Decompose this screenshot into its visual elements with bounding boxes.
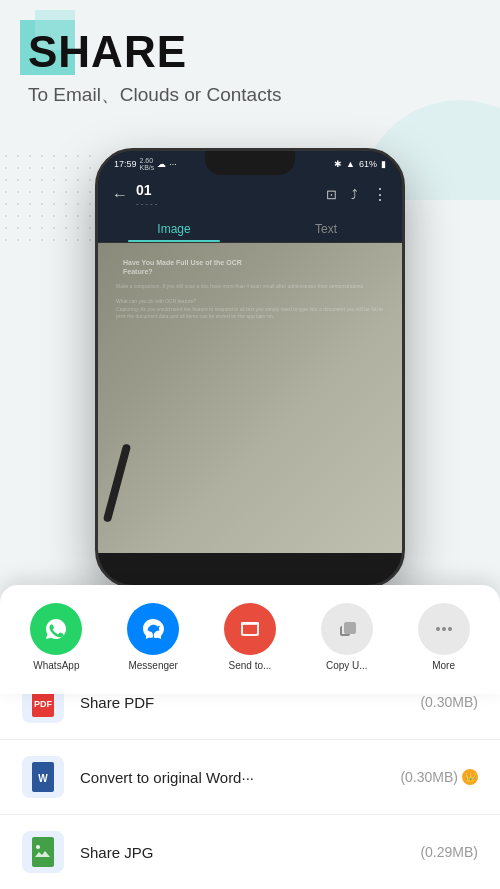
back-button[interactable]: ← (112, 186, 128, 204)
send-icon[interactable] (224, 603, 276, 655)
share-more[interactable]: More (416, 603, 472, 672)
list-section: PDF Share PDF (0.30MB) W Convert to orig… (0, 664, 500, 889)
doc-heading: Have You Made Full Use of the OCR Featur… (123, 258, 243, 276)
share-whatsapp[interactable]: WhatsApp (28, 603, 84, 672)
status-icon-cloud: ☁ (157, 159, 166, 169)
crop-icon[interactable]: ⊡ (326, 187, 337, 202)
word-label: Convert to original Word··· (80, 769, 400, 786)
jpg-label: Share JPG (80, 844, 420, 861)
battery-icon: ▮ (381, 159, 386, 169)
jpg-size: (0.29MB) (420, 844, 478, 860)
crown-badge: 👑 (462, 769, 478, 785)
svg-point-5 (448, 627, 452, 631)
pen-decoration (103, 443, 131, 522)
status-left: 17:59 2.60KB/s ☁ ··· (114, 157, 177, 171)
page-dots: ----- (136, 199, 159, 208)
share-copy[interactable]: Copy U... (319, 603, 375, 672)
share-sheet: WhatsApp Messenger (0, 585, 500, 694)
battery-percent: 61% (359, 159, 377, 169)
bluetooth-icon: ✱ (334, 159, 342, 169)
share-send[interactable]: Send to... (222, 603, 278, 672)
whatsapp-label: WhatsApp (33, 660, 79, 672)
pdf-item-content: Share PDF (0.30MB) (80, 694, 478, 711)
phone-shell: 17:59 2.60KB/s ☁ ··· ✱ ▲ 61% ▮ ← 01 (95, 148, 405, 588)
app-bar: ← 01 ----- ⊡ ⤴ ⋮ (98, 173, 402, 214)
copy-label: Copy U... (326, 660, 368, 672)
phone-mockup: 17:59 2.60KB/s ☁ ··· ✱ ▲ 61% ▮ ← 01 (95, 148, 405, 588)
status-dots: ··· (169, 159, 177, 169)
messenger-icon[interactable] (127, 603, 179, 655)
page-number: 01 (136, 182, 152, 198)
svg-text:PDF: PDF (34, 699, 53, 709)
doc-body: Make a comparison. If you still scan a d… (116, 283, 392, 321)
main-content: SHARE To Email、Clouds or Contacts 17:59 … (0, 0, 500, 889)
status-time: 17:59 (114, 159, 137, 169)
svg-rect-1 (243, 624, 257, 634)
page-subtitle: To Email、Clouds or Contacts (28, 82, 472, 108)
document-area: Have You Made Full Use of the OCR Featur… (98, 243, 402, 553)
more-icon[interactable]: ⋮ (372, 185, 388, 204)
svg-point-3 (436, 627, 440, 631)
document-image: Have You Made Full Use of the OCR Featur… (98, 243, 402, 553)
messenger-label: Messenger (128, 660, 177, 672)
status-icons: ✱ ▲ 61% ▮ (334, 159, 386, 169)
status-data: 2.60KB/s (140, 157, 155, 171)
svg-point-4 (442, 627, 446, 631)
whatsapp-icon[interactable] (30, 603, 82, 655)
more-apps-icon[interactable] (418, 603, 470, 655)
wifi-icon: ▲ (346, 159, 355, 169)
more-label: More (432, 660, 455, 672)
jpg-item-content: Share JPG (0.29MB) (80, 844, 478, 861)
word-item-content: Convert to original Word··· (0.30MB) 👑 (80, 769, 478, 786)
send-label: Send to... (229, 660, 272, 672)
phone-notch (205, 151, 295, 175)
share-icon[interactable]: ⤴ (351, 187, 358, 202)
word-icon: W (22, 756, 64, 798)
tab-image[interactable]: Image (98, 214, 250, 242)
share-messenger[interactable]: Messenger (125, 603, 181, 672)
list-item-word[interactable]: W Convert to original Word··· (0.30MB) 👑 (0, 739, 500, 814)
svg-point-14 (36, 845, 40, 849)
pdf-label: Share PDF (80, 694, 420, 711)
jpg-icon (22, 831, 64, 873)
page-title: SHARE (28, 28, 472, 76)
word-size: (0.30MB) (400, 769, 458, 785)
dot-pattern-top (0, 150, 100, 250)
app-bar-left: ← 01 ----- (112, 181, 159, 208)
pdf-size: (0.30MB) (420, 694, 478, 710)
app-bar-right: ⊡ ⤴ ⋮ (326, 185, 388, 204)
svg-rect-13 (32, 837, 54, 867)
svg-text:W: W (38, 773, 48, 784)
copy-icon[interactable] (321, 603, 373, 655)
tabs: Image Text (98, 214, 402, 243)
list-item-jpg[interactable]: Share JPG (0.29MB) (0, 814, 500, 889)
page-number-container: 01 ----- (136, 181, 159, 208)
header: SHARE To Email、Clouds or Contacts (28, 28, 472, 108)
share-apps-row: WhatsApp Messenger (8, 603, 492, 672)
tab-text[interactable]: Text (250, 214, 402, 242)
svg-rect-2 (241, 622, 259, 625)
